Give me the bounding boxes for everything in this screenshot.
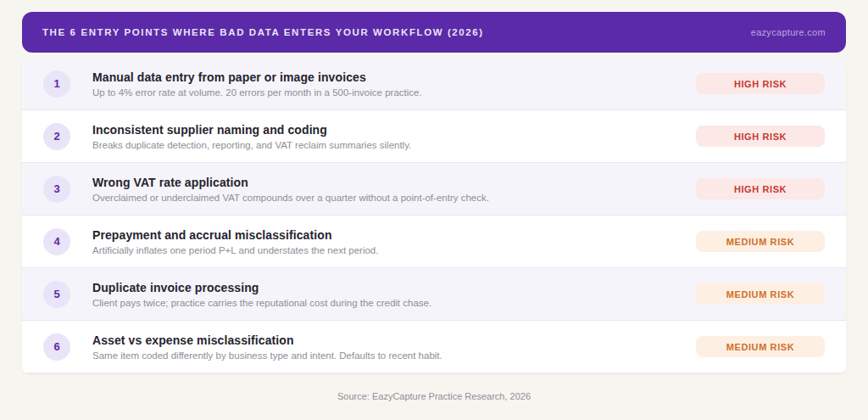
item-description: Overclaimed or underclaimed VAT compound… bbox=[92, 193, 489, 203]
source-note: Source: EazyCapture Practice Research, 2… bbox=[22, 391, 846, 401]
item-title: Prepayment and accrual misclassification bbox=[92, 228, 378, 242]
entry-points-list: 1 Manual data entry from paper or image … bbox=[22, 58, 846, 373]
item-text: Wrong VAT rate application Overclaimed o… bbox=[92, 176, 489, 203]
risk-badge: MEDIUM RISK bbox=[696, 336, 825, 357]
list-item: 1 Manual data entry from paper or image … bbox=[22, 58, 846, 110]
item-description: Same item coded differently by business … bbox=[92, 350, 442, 361]
item-description: Artificially inflates one period P+L and… bbox=[92, 245, 378, 255]
item-number-badge: 5 bbox=[43, 281, 70, 308]
risk-badge: MEDIUM RISK bbox=[696, 231, 825, 252]
list-item: 2 Inconsistent supplier naming and codin… bbox=[22, 110, 846, 163]
item-description: Breaks duplicate detection, reporting, a… bbox=[92, 140, 411, 150]
header-banner: THE 6 ENTRY POINTS WHERE BAD DATA ENTERS… bbox=[22, 12, 846, 53]
item-title: Inconsistent supplier naming and coding bbox=[92, 123, 411, 137]
list-item: 4 Prepayment and accrual misclassificati… bbox=[22, 216, 846, 268]
item-title: Asset vs expense misclassification bbox=[92, 333, 442, 347]
item-text: Inconsistent supplier naming and coding … bbox=[92, 123, 411, 150]
list-item: 3 Wrong VAT rate application Overclaimed… bbox=[22, 163, 846, 216]
item-title: Duplicate invoice processing bbox=[92, 281, 431, 294]
page-title: THE 6 ENTRY POINTS WHERE BAD DATA ENTERS… bbox=[42, 27, 484, 37]
site-domain: eazycapture.com bbox=[751, 27, 826, 37]
item-text: Asset vs expense misclassification Same … bbox=[92, 333, 442, 361]
risk-badge: HIGH RISK bbox=[696, 178, 825, 199]
infographic-page: THE 6 ENTRY POINTS WHERE BAD DATA ENTERS… bbox=[0, 0, 868, 420]
risk-badge: MEDIUM RISK bbox=[696, 283, 825, 305]
item-title: Wrong VAT rate application bbox=[92, 176, 489, 189]
list-item: 6 Asset vs expense misclassification Sam… bbox=[22, 321, 846, 373]
item-description: Up to 4% error rate at volume. 20 errors… bbox=[92, 87, 422, 98]
item-number-badge: 3 bbox=[43, 176, 70, 203]
item-number-badge: 2 bbox=[43, 123, 70, 150]
risk-badge: HIGH RISK bbox=[696, 126, 825, 147]
item-title: Manual data entry from paper or image in… bbox=[92, 70, 422, 84]
item-number-badge: 6 bbox=[43, 333, 70, 361]
item-description: Client pays twice; practice carries the … bbox=[92, 298, 431, 308]
item-text: Duplicate invoice processing Client pays… bbox=[92, 281, 431, 308]
risk-badge: HIGH RISK bbox=[696, 73, 825, 94]
item-text: Manual data entry from paper or image in… bbox=[92, 70, 422, 98]
item-number-badge: 1 bbox=[43, 70, 70, 98]
item-number-badge: 4 bbox=[43, 228, 70, 255]
item-text: Prepayment and accrual misclassification… bbox=[92, 228, 378, 255]
list-item: 5 Duplicate invoice processing Client pa… bbox=[22, 268, 846, 321]
